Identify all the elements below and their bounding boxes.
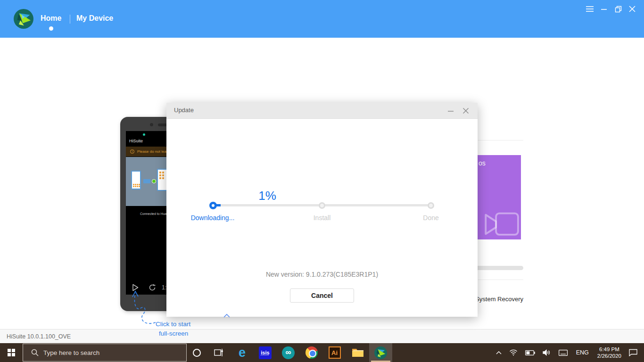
dialog-title: Update bbox=[174, 107, 194, 114]
step-dot-done bbox=[428, 202, 434, 209]
edge-icon: e bbox=[239, 346, 246, 359]
cortana-icon bbox=[193, 349, 201, 357]
videos-card-label-fragment: os bbox=[479, 159, 486, 167]
dialog-titlebar: Update bbox=[166, 103, 478, 119]
progress-percent: 1% bbox=[230, 189, 305, 203]
wifi-icon bbox=[509, 349, 518, 356]
search-icon bbox=[31, 349, 39, 356]
step-label-done: Done bbox=[393, 214, 469, 222]
speaker-icon bbox=[543, 349, 551, 356]
task-view-icon bbox=[214, 348, 224, 357]
fullscreen-hint-line1: Click to start bbox=[156, 320, 190, 329]
taskbar-edge[interactable]: e bbox=[231, 343, 254, 362]
phone-app-label: HiSuite bbox=[129, 139, 143, 143]
collapse-caret-icon[interactable] bbox=[223, 313, 231, 318]
phone-camera-dot bbox=[150, 123, 153, 126]
app-statusbar: HiSuite 10.0.1.100_OVE bbox=[0, 329, 644, 343]
tab-my-device[interactable]: My Device bbox=[76, 14, 113, 23]
restore-icon[interactable] bbox=[611, 3, 625, 15]
taskbar-search-box[interactable] bbox=[23, 344, 187, 362]
language-indicator[interactable]: ENG bbox=[571, 343, 594, 362]
app-header: Home My Device bbox=[0, 0, 644, 38]
arduino-icon: ∞ bbox=[282, 346, 295, 359]
active-tab-indicator bbox=[49, 26, 53, 31]
dialog-close-icon[interactable] bbox=[460, 105, 472, 116]
taskbar-clock[interactable]: 6:49 PM 2/26/2020 bbox=[594, 343, 625, 362]
illustrator-icon: Ai bbox=[329, 346, 341, 359]
connected-check-icon bbox=[152, 179, 156, 183]
background-divider-bottom bbox=[478, 280, 523, 280]
search-input[interactable] bbox=[43, 349, 175, 356]
clock-time: 6:49 PM bbox=[597, 346, 621, 353]
system-recovery-link[interactable]: System Recovery bbox=[471, 296, 523, 303]
battery-icon bbox=[525, 350, 535, 355]
menu-icon[interactable] bbox=[583, 3, 597, 15]
isis-icon: isis bbox=[259, 346, 272, 359]
file-explorer-icon bbox=[352, 347, 364, 358]
touch-keyboard-icon bbox=[559, 350, 568, 356]
cancel-button[interactable]: Cancel bbox=[290, 288, 354, 303]
step-dot-downloading bbox=[209, 202, 217, 209]
task-view-button[interactable] bbox=[207, 343, 231, 362]
background-divider-top bbox=[478, 140, 523, 140]
step-dot-install bbox=[319, 202, 325, 209]
taskbar-chrome[interactable] bbox=[300, 343, 323, 362]
taskbar-isis[interactable]: isis bbox=[254, 343, 277, 362]
video-camera-icon bbox=[483, 211, 520, 238]
taskbar-arduino[interactable]: ∞ bbox=[277, 343, 300, 362]
step-label-install: Install bbox=[284, 214, 360, 222]
fullscreen-hint: Click to start full-screen bbox=[156, 320, 190, 338]
illustration-phone-small bbox=[131, 171, 141, 189]
usb-connector-icon bbox=[143, 179, 150, 183]
dialog-minimize-icon[interactable] bbox=[445, 105, 457, 116]
tray-expand-button[interactable] bbox=[492, 343, 505, 362]
system-tray: ENG 6:49 PM 2/26/2020 bbox=[492, 343, 644, 362]
action-center-button[interactable] bbox=[625, 343, 644, 362]
taskbar-hisuite[interactable] bbox=[369, 343, 392, 362]
start-button[interactable] bbox=[0, 343, 23, 362]
cortana-button[interactable] bbox=[187, 343, 206, 362]
volume-button[interactable] bbox=[539, 343, 555, 362]
action-center-icon bbox=[629, 349, 637, 356]
screen-camera-dot bbox=[143, 133, 145, 136]
wifi-button[interactable] bbox=[505, 343, 521, 362]
taskbar-illustrator[interactable]: Ai bbox=[323, 343, 346, 362]
hisuite-taskbar-icon bbox=[374, 346, 387, 359]
hisuite-logo-icon bbox=[14, 9, 33, 29]
app-version-text: HiSuite 10.0.1.100_OVE bbox=[7, 333, 71, 340]
phone-connected-text: Connected to Huaw bbox=[140, 212, 169, 215]
zoom-control-fragment[interactable]: 1: bbox=[162, 284, 166, 291]
chrome-icon bbox=[305, 346, 318, 359]
hisuite-window: Home My Device HiSuite bbox=[0, 0, 644, 362]
new-version-text: New version: 9.1.0.273(C185E3R1P1) bbox=[166, 271, 478, 278]
close-icon[interactable] bbox=[625, 3, 639, 15]
taskbar-file-explorer[interactable] bbox=[346, 343, 369, 362]
battery-button[interactable] bbox=[521, 343, 539, 362]
warning-icon: ! bbox=[130, 149, 134, 154]
minimize-icon[interactable] bbox=[597, 3, 611, 15]
chevron-up-icon bbox=[496, 351, 502, 354]
clock-date: 2/26/2020 bbox=[597, 353, 621, 359]
step-label-downloading: Downloading... bbox=[175, 214, 250, 222]
main-content: HiSuite ! Please do not leave th Connect… bbox=[0, 38, 644, 329]
fullscreen-hint-line2: full-screen bbox=[156, 329, 190, 338]
windows-taskbar: e isis ∞ Ai bbox=[0, 343, 644, 362]
tab-home[interactable]: Home bbox=[41, 14, 61, 23]
touch-keyboard-button[interactable] bbox=[555, 343, 571, 362]
update-dialog: Update 1% Downloading... Install Done Ne… bbox=[166, 103, 478, 317]
tab-divider bbox=[70, 15, 70, 24]
windows-logo-icon bbox=[8, 349, 15, 356]
